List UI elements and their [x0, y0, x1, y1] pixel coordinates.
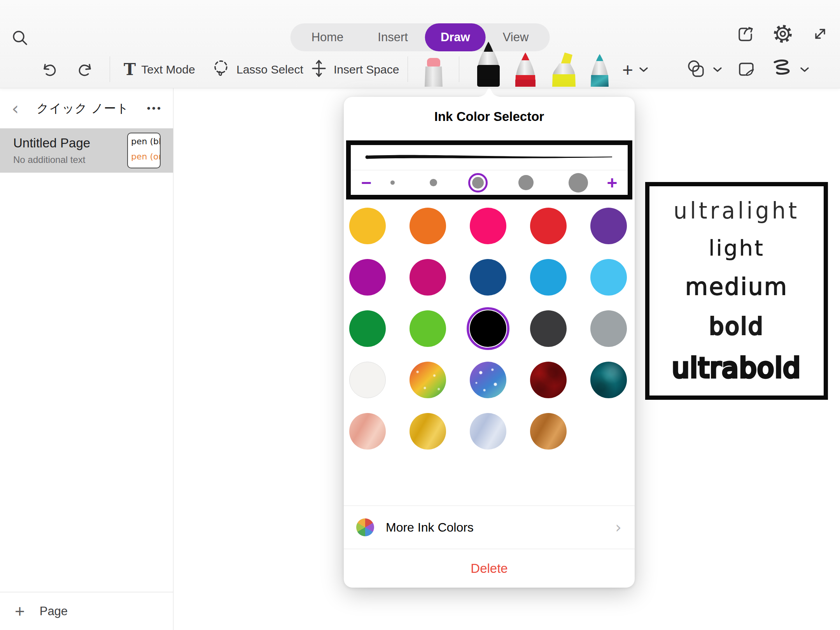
add-pen-button[interactable]: + [622, 51, 649, 88]
undo-icon[interactable] [40, 51, 58, 88]
ink-color-red[interactable] [530, 208, 567, 244]
ink-color-pink[interactable] [470, 208, 506, 244]
page-item-texts: Untitled Page No additional text [13, 136, 127, 165]
ink-text-ultrabold: ultrabold [672, 352, 801, 384]
toolbar-separator [459, 56, 459, 82]
scribble-icon [772, 58, 794, 81]
text-mode-button[interactable]: T Text Mode [124, 51, 195, 88]
ink-color-sky-blue[interactable] [590, 259, 627, 296]
increase-thickness-button[interactable]: + [597, 174, 628, 192]
thickness-dot-4[interactable] [518, 175, 534, 190]
pen-red-tool[interactable] [510, 51, 541, 88]
shapes-button[interactable] [685, 51, 723, 88]
handwriting-sample-box: ultralight light medium bold ultrabold [645, 182, 828, 400]
popup-caret [463, 88, 516, 98]
ink-color-navy-blue[interactable] [470, 259, 506, 296]
ink-color-blue[interactable] [530, 259, 567, 296]
plus-icon: + [622, 59, 633, 80]
thickness-dot-2[interactable] [430, 179, 437, 186]
decrease-thickness-button[interactable]: − [351, 174, 382, 192]
ink-color-dark-gray[interactable] [530, 310, 567, 347]
color-wheel-icon [356, 518, 374, 536]
insert-space-button[interactable]: Insert Space [310, 51, 399, 88]
ink-color-gold[interactable] [410, 413, 446, 450]
ink-color-red-marble[interactable] [530, 362, 567, 398]
window-actions [735, 23, 830, 44]
thickness-dot-1[interactable] [390, 180, 395, 185]
ink-color-galaxy[interactable] [470, 362, 506, 398]
ink-color-rose-gold[interactable] [349, 413, 386, 450]
ink-color-black[interactable] [470, 310, 506, 347]
thumbnail-ink-line-black: pen (bl [131, 136, 160, 146]
search-icon[interactable] [11, 29, 30, 47]
ink-color-orange[interactable] [410, 208, 446, 244]
pencil-teal-tool[interactable] [586, 52, 614, 88]
thickness-dots [382, 173, 597, 192]
shapes-icon [685, 58, 707, 81]
more-ink-colors-label: More Ink Colors [386, 520, 615, 535]
ink-text-light: light [709, 235, 765, 261]
pen-black-tool[interactable] [471, 41, 506, 88]
text-mode-icon: T [124, 61, 136, 78]
back-chevron-icon[interactable]: ‹ [12, 100, 19, 117]
ink-color-teal-marble[interactable] [590, 362, 627, 398]
thickness-dot-3[interactable] [472, 177, 484, 189]
popup-title: Ink Color Selector [344, 109, 635, 124]
add-page-button[interactable]: + Page [0, 592, 173, 630]
delete-pen-button[interactable]: Delete [344, 549, 635, 588]
thickness-selector-frame: − + [346, 140, 632, 200]
eraser-tool[interactable] [421, 57, 446, 88]
lasso-select-label: Lasso Select [236, 63, 303, 76]
draw-tools-row: T Text Mode Lasso Select Insert Space [0, 51, 840, 88]
page-list-item-selected[interactable]: Untitled Page No additional text pen (bl… [0, 128, 173, 173]
thickness-controls: − + [351, 170, 628, 195]
ink-color-silver[interactable] [470, 413, 506, 450]
tab-home[interactable]: Home [294, 23, 361, 51]
stroke-preview [351, 145, 628, 170]
ink-color-purple[interactable] [590, 208, 627, 244]
thickness-dot-5[interactable] [569, 173, 588, 192]
page-title: Untitled Page [13, 136, 127, 150]
onenote-app: Home Insert Draw View [0, 0, 840, 630]
plus-icon: + [15, 603, 25, 620]
ink-color-lime-green[interactable] [410, 310, 446, 347]
insert-space-label: Insert Space [334, 63, 399, 76]
settings-gear-icon[interactable] [772, 23, 793, 44]
page-list-sidebar: ‹ クイック ノート ••• Untitled Page No addition… [0, 88, 173, 630]
add-page-label: Page [40, 604, 68, 618]
toolbar-separator [408, 56, 408, 82]
fullscreen-icon[interactable] [810, 24, 830, 44]
ribbon-tabs: Home Insert Draw View [290, 23, 550, 51]
ink-text-ultralight: ultralight [674, 197, 800, 224]
text-mode-label: Text Mode [141, 63, 195, 76]
ink-color-bronze[interactable] [530, 413, 567, 450]
ribbon-tab-row: Home Insert Draw View [0, 0, 840, 51]
ink-color-grid [349, 208, 628, 450]
share-icon[interactable] [735, 24, 755, 44]
sidebar-header: ‹ クイック ノート ••• [0, 88, 173, 128]
redo-icon[interactable] [76, 51, 94, 88]
ink-color-gray[interactable] [590, 310, 627, 347]
lasso-select-icon [211, 58, 231, 81]
chevron-down-icon [800, 66, 810, 73]
more-menu-icon[interactable]: ••• [147, 102, 162, 114]
ink-color-white[interactable] [349, 362, 386, 398]
ink-color-raspberry[interactable] [410, 259, 446, 296]
ink-color-green[interactable] [349, 310, 386, 347]
ink-color-magenta[interactable] [349, 259, 386, 296]
thumbnail-ink-line-orange: pen (ora [131, 152, 160, 161]
chevron-down-icon [639, 66, 649, 73]
ink-color-yellow[interactable] [349, 208, 386, 244]
ink-color-selector-popup: Ink Color Selector − + More Ink Colors › [344, 97, 635, 588]
ink-to-text-button[interactable] [736, 51, 758, 88]
ink-color-rainbow-glitter[interactable] [410, 362, 446, 398]
page-thumbnail: pen (bl pen (ora [127, 133, 161, 168]
toolbar: Home Insert Draw View [0, 0, 840, 88]
more-ink-colors-button[interactable]: More Ink Colors › [344, 506, 635, 549]
highlighter-yellow-tool[interactable] [548, 51, 580, 88]
toolbar-separator [110, 56, 110, 82]
lasso-select-button[interactable]: Lasso Select [211, 51, 303, 88]
page-subtitle: No additional text [13, 154, 127, 165]
ink-replay-button[interactable] [772, 51, 810, 88]
tab-insert[interactable]: Insert [360, 23, 425, 51]
